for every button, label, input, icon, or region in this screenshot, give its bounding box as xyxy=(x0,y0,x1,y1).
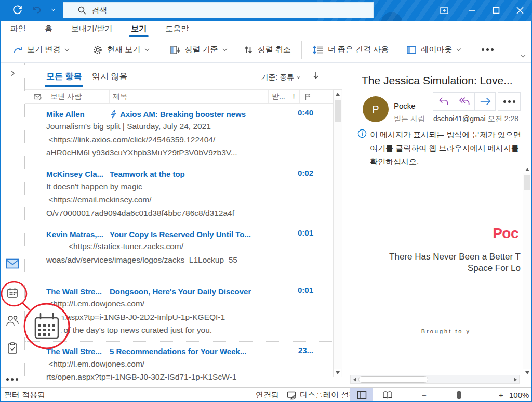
column-flag[interactable] xyxy=(300,90,316,103)
restore-down-icon[interactable] xyxy=(432,0,456,21)
tab-view[interactable]: 보기 xyxy=(131,24,147,34)
email-row[interactable]: McKinsey Cla... Teamwork at the top 0:02… xyxy=(25,164,333,225)
normal-view-icon xyxy=(357,391,367,399)
reading-pane: The Jessica Simulation: Love... P Pocke … xyxy=(346,63,532,387)
maximize-button[interactable] xyxy=(484,0,508,21)
to-value[interactable]: dschoi41@gmai xyxy=(433,114,486,123)
scroll-down-icon[interactable] xyxy=(523,369,531,377)
layout-button[interactable]: 레이아웃 xyxy=(401,42,466,58)
email-sender: Kevin Matras,... xyxy=(46,230,110,239)
reading-view-button[interactable] xyxy=(377,388,398,402)
column-subject[interactable]: 제목 xyxy=(110,90,269,103)
main-area: 모든 항목 읽지 않음 기준: 종류 보낸 사람 제목 받... ! xyxy=(0,63,532,387)
scroll-up-icon[interactable] xyxy=(523,165,531,173)
scrollbar-thumb[interactable] xyxy=(335,100,341,122)
email-list: Mike Allen Axios AM: Breaking booster ne… xyxy=(25,104,333,387)
email-preview-line: <http://l.em.dowjones.com/ xyxy=(46,297,324,310)
undo-sort-label: 정렬 취소 xyxy=(258,45,291,55)
message-list-scrollbar[interactable] xyxy=(333,89,342,377)
display-problem-notice[interactable]: 이 메시지가 표시되는 방식에 문제가 있으면 여기를 클릭하여 웹 브라우저에… xyxy=(370,128,522,168)
nav-people-icon[interactable] xyxy=(5,314,20,328)
email-time: 0:02 xyxy=(298,168,313,177)
sender-avatar[interactable]: P xyxy=(363,96,389,122)
column-importance[interactable]: ! xyxy=(288,90,300,103)
flag-icon xyxy=(304,93,311,100)
email-time: 0:01 xyxy=(298,286,313,294)
reading-pane-hscrollbar[interactable] xyxy=(350,375,520,384)
narrow-spacing-button[interactable]: 더 좁은 간격 사용 xyxy=(307,42,394,58)
undo-sort-button[interactable]: 정렬 취소 xyxy=(238,42,296,58)
zoom-slider-thumb[interactable] xyxy=(457,391,461,399)
column-received[interactable]: 받... xyxy=(269,90,288,103)
tab-send-receive[interactable]: 보내기/받기 xyxy=(71,24,112,34)
email-preview-line: It doesn't happen by magic xyxy=(46,180,324,193)
email-row[interactable]: Mike Allen Axios AM: Breaking booster ne… xyxy=(25,104,333,164)
qat-dropdown-icon[interactable] xyxy=(51,7,55,11)
reply-button[interactable] xyxy=(433,92,454,111)
tab-help[interactable]: 도움말 xyxy=(165,24,189,34)
display-settings-button[interactable]: 디스플레이 설정 xyxy=(300,388,356,402)
scrollbar-thumb[interactable] xyxy=(358,376,428,383)
minimize-button[interactable] xyxy=(460,0,484,21)
zoom-level[interactable]: 100% xyxy=(509,388,529,402)
sender-name[interactable]: Pocke xyxy=(394,101,416,110)
zoom-slider-track[interactable] xyxy=(432,395,496,395)
sort-criteria-dropdown[interactable]: 기준: 종류 xyxy=(261,73,300,82)
reply-all-button[interactable] xyxy=(454,92,475,111)
message-more-button[interactable] xyxy=(498,92,521,111)
nav-more-icon[interactable] xyxy=(5,372,20,386)
email-row[interactable]: The Wall Stre... 5 Recommendations for Y… xyxy=(25,342,333,388)
scrollbar-thumb[interactable] xyxy=(524,175,530,190)
send-receive-icon[interactable] xyxy=(11,4,23,16)
email-subject: 5 Recommendations for Your Week... xyxy=(110,347,246,356)
scroll-left-icon[interactable] xyxy=(351,375,358,383)
close-button[interactable] xyxy=(508,0,532,21)
normal-view-button[interactable] xyxy=(350,388,373,402)
zoom-in-button[interactable]: + xyxy=(499,388,503,402)
reading-pane-vscrollbar[interactable] xyxy=(523,165,531,377)
collapse-ribbon-icon[interactable] xyxy=(521,51,525,60)
ribbon-more-button[interactable] xyxy=(476,45,500,54)
sort-by-label: 정렬 기준 xyxy=(184,45,218,55)
scroll-up-icon[interactable] xyxy=(334,90,341,98)
email-preview-line: aHR0cHM6Ly93d3cuYXhpb3MuY29tP3V0bV9zb3V.… xyxy=(46,146,324,160)
sort-direction-icon[interactable] xyxy=(312,71,320,82)
email-row[interactable]: Kevin Matras,... Your Copy Is Reserved O… xyxy=(25,224,333,281)
change-view-button[interactable]: 보기 변경 xyxy=(7,42,74,58)
undo-icon[interactable] xyxy=(31,4,43,16)
ribbon-tab-bar: 파일 홈 보내기/받기 보기 도움말 xyxy=(0,21,532,37)
forward-button[interactable] xyxy=(474,92,496,111)
scroll-down-icon[interactable] xyxy=(334,369,341,377)
tab-file[interactable]: 파일 xyxy=(10,24,26,34)
info-icon xyxy=(357,129,367,140)
email-subject: Axios AM: Breaking booster news xyxy=(110,110,246,119)
titlebar xyxy=(0,0,532,21)
status-bar: 필터 적용됨 연결됨 디스플레이 설정 − + 100% xyxy=(0,387,532,402)
pocket-logo-text: Poc xyxy=(493,225,518,242)
column-from[interactable]: 보낸 사람 xyxy=(47,90,110,103)
message-footer-text: Brought to y xyxy=(421,328,471,334)
tab-all-items[interactable]: 모든 항목 xyxy=(46,71,82,82)
ribbon-separator xyxy=(159,41,159,59)
change-view-icon xyxy=(12,45,23,55)
email-preview-line: <https://staticx-tuner.zacks.com/ xyxy=(46,240,324,253)
email-row[interactable]: The Wall Stre... Dongsoon, Here's Your D… xyxy=(25,281,333,342)
current-view-button[interactable]: 현재 보기 xyxy=(87,42,154,58)
expand-folder-pane-icon[interactable] xyxy=(5,66,20,81)
nav-calendar-icon[interactable] xyxy=(5,286,20,300)
nav-mail-icon[interactable] xyxy=(5,256,20,271)
tab-unread[interactable]: 읽지 않음 xyxy=(92,71,127,82)
column-icon[interactable] xyxy=(25,90,47,103)
book-icon xyxy=(382,391,393,399)
zoom-out-button[interactable]: − xyxy=(422,388,427,402)
item-type-icon xyxy=(34,94,42,100)
scroll-right-icon[interactable] xyxy=(511,375,519,383)
email-subject: Your Copy Is Reserved Only Until To... xyxy=(110,230,251,239)
search-input[interactable] xyxy=(91,6,299,15)
tab-home[interactable]: 홈 xyxy=(45,24,52,34)
search-box[interactable] xyxy=(63,2,374,18)
sort-by-button[interactable]: 정렬 기준 xyxy=(165,42,231,58)
nav-tasks-icon[interactable] xyxy=(5,341,20,355)
gear-icon xyxy=(92,45,103,55)
layout-label: 레이아웃 xyxy=(421,45,452,55)
